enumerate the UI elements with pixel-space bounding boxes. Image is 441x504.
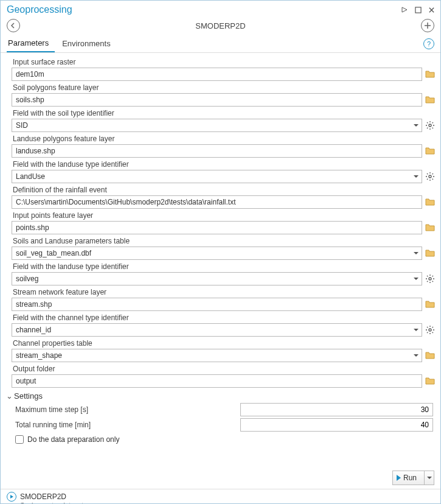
svg-point-4 <box>429 329 431 331</box>
param-landuse-type-field: Field with the landuse type identifier <box>12 160 436 183</box>
browse-folder-icon[interactable] <box>425 94 436 105</box>
gear-icon[interactable] <box>425 171 436 182</box>
parameters-content: Input surface raster Soil polygons featu… <box>1 53 440 467</box>
maximize-icon[interactable] <box>414 5 422 14</box>
input-surface-raster-field[interactable] <box>12 68 422 81</box>
settings-title: Settings <box>14 391 43 401</box>
output-folder-field[interactable] <box>12 374 422 388</box>
settings-header[interactable]: ⌄ Settings <box>5 391 436 401</box>
svg-point-3 <box>429 278 431 280</box>
tabs: Parameters Environments ? <box>1 35 440 53</box>
status-message: Saving raster dataset... <box>20 502 434 504</box>
param-output-folder: Output folder <box>12 365 436 388</box>
param-label: Soil polygons feature layer <box>12 83 436 92</box>
max-time-step-input[interactable] <box>240 403 433 416</box>
setting-max-time-step: Maximum time step [s] <box>15 403 436 416</box>
tool-name: SMODERP2D <box>20 21 421 30</box>
gear-icon[interactable] <box>425 273 436 284</box>
param-label: Stream network feature layer <box>12 288 436 296</box>
param-input-surface-raster: Input surface raster <box>12 58 436 81</box>
toolbar: SMODERP2D <box>1 18 440 35</box>
landuse-type-field2-select[interactable] <box>12 272 422 285</box>
svg-point-2 <box>429 175 431 178</box>
param-label: Output folder <box>12 365 436 373</box>
titlebar: Geoprocessing <box>1 1 440 18</box>
soil-polygons-field[interactable] <box>12 93 422 107</box>
autohide-icon[interactable] <box>400 5 409 14</box>
setting-total-time: Total running time [min] <box>15 418 436 432</box>
param-label: Field with the landuse type identifier <box>12 160 436 169</box>
close-icon[interactable] <box>427 5 436 14</box>
stream-network-field[interactable] <box>12 298 422 311</box>
param-label: Soils and Landuse parameters table <box>12 237 436 245</box>
browse-folder-icon[interactable] <box>425 69 436 80</box>
param-soil-polygons: Soil polygons feature layer <box>12 83 436 107</box>
play-icon <box>397 475 401 481</box>
run-bar: Run <box>1 467 440 489</box>
param-channel-props: Channel properties table <box>12 339 436 362</box>
status-tool-name: SMODERP2D <box>20 492 66 501</box>
window-controls <box>400 5 436 14</box>
browse-folder-icon[interactable] <box>425 350 436 361</box>
browse-folder-icon[interactable] <box>425 145 436 156</box>
svg-point-1 <box>429 124 431 127</box>
gear-icon[interactable] <box>425 120 436 131</box>
tab-environments[interactable]: Environments <box>61 35 116 52</box>
status-panel: SMODERP2D Saving raster dataset... View … <box>1 489 440 504</box>
window-title: Geoprocessing <box>7 4 72 15</box>
param-landuse-polygons: Landuse polygons feature layer <box>12 135 436 158</box>
soil-type-field-select[interactable] <box>12 119 422 132</box>
param-label: Landuse polygons feature layer <box>12 135 436 143</box>
param-soil-type-field: Field with the soil type identifier <box>12 109 436 132</box>
param-rainfall-def: Definition of the rainfall event <box>12 186 436 209</box>
soils-landuse-table-select[interactable] <box>12 247 422 260</box>
tab-parameters[interactable]: Parameters <box>7 35 55 52</box>
setting-label: Maximum time step [s] <box>15 405 240 414</box>
rainfall-def-field[interactable] <box>12 195 422 209</box>
run-label: Run <box>403 474 417 482</box>
param-stream-network: Stream network feature layer <box>12 288 436 311</box>
running-icon <box>7 492 16 502</box>
param-label: Field with the landuse type identifier <box>12 262 436 271</box>
browse-folder-icon[interactable] <box>425 197 436 208</box>
param-label: Field with the soil type identifier <box>12 109 436 117</box>
setting-prep-only: Do the data preparation only <box>15 435 436 444</box>
prep-only-checkbox[interactable] <box>15 435 24 444</box>
channel-type-field-select[interactable] <box>12 323 422 337</box>
browse-folder-icon[interactable] <box>425 248 436 259</box>
run-dropdown[interactable] <box>424 471 434 485</box>
total-time-input[interactable] <box>240 418 433 432</box>
back-button[interactable] <box>7 19 20 32</box>
help-icon[interactable]: ? <box>423 38 434 49</box>
gear-icon[interactable] <box>425 324 436 335</box>
prep-only-label: Do the data preparation only <box>27 435 119 444</box>
add-button[interactable] <box>421 19 434 32</box>
run-button[interactable]: Run <box>392 471 434 485</box>
setting-label: Total running time [min] <box>15 421 240 429</box>
param-label: Field with the channel type identifier <box>12 313 436 322</box>
param-label: Input surface raster <box>12 58 436 66</box>
param-label: Input points feature layer <box>12 211 436 220</box>
param-landuse-type-field2: Field with the landuse type identifier <box>12 262 436 285</box>
chevron-down-icon: ⌄ <box>5 391 13 401</box>
param-input-points: Input points feature layer <box>12 211 436 234</box>
param-label: Definition of the rainfall event <box>12 186 436 194</box>
param-channel-type-field: Field with the channel type identifier <box>12 313 436 337</box>
input-points-field[interactable] <box>12 221 422 234</box>
landuse-polygons-field[interactable] <box>12 144 422 158</box>
browse-folder-icon[interactable] <box>425 222 436 233</box>
param-soils-landuse-table: Soils and Landuse parameters table <box>12 237 436 260</box>
channel-props-select[interactable] <box>12 349 422 362</box>
param-label: Channel properties table <box>12 339 436 348</box>
landuse-type-field-select[interactable] <box>12 170 422 183</box>
browse-folder-icon[interactable] <box>425 376 436 387</box>
browse-folder-icon[interactable] <box>425 299 436 310</box>
svg-rect-0 <box>415 7 420 12</box>
